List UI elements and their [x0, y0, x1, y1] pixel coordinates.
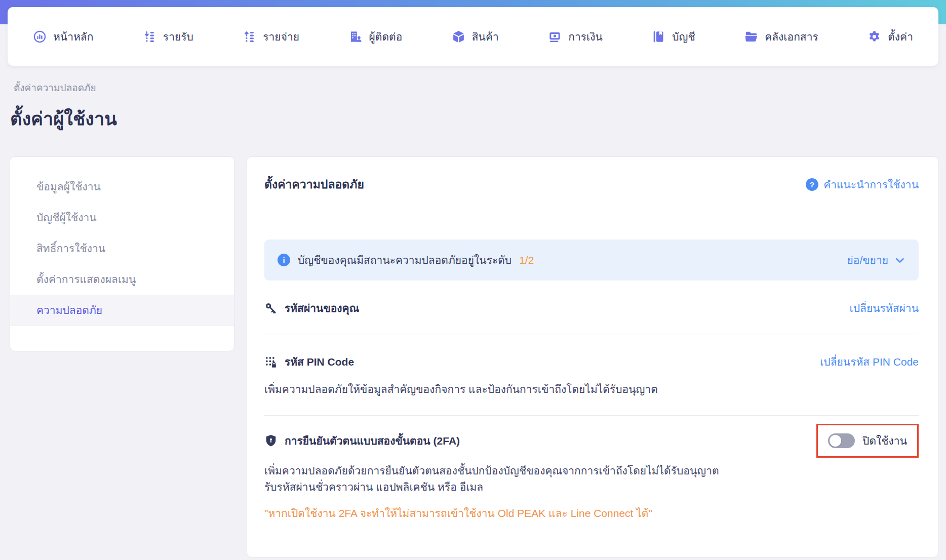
finance-icon — [548, 30, 562, 44]
main-navbar: หน้าหลัก รายรับ รายจ่าย ผู้ติดต่อ สินค้า… — [8, 7, 938, 66]
password-section-title: รหัสผ่านของคุณ — [285, 300, 359, 316]
twofa-section-title-group: การยืนยันตัวตนแบบสองขั้นตอน (2FA) — [264, 432, 460, 449]
nav-item-accounting[interactable]: บัญชี — [652, 28, 695, 45]
sidebar-item-user-account[interactable]: บัญชีผู้ใช้งาน — [10, 202, 234, 233]
contacts-icon — [349, 30, 363, 44]
nav-item-documents[interactable]: คลังเอกสาร — [744, 28, 818, 45]
panel-title: ตั้งค่าความปลอดภัย — [264, 175, 364, 193]
key-icon — [264, 302, 278, 315]
password-section-title-group: รหัสผ่านของคุณ — [264, 300, 359, 316]
nav-item-label: สินค้า — [472, 28, 499, 45]
nav-item-finance[interactable]: การเงิน — [548, 28, 603, 45]
change-password-link[interactable]: เปลี่ยนรหัสผ่าน — [850, 300, 919, 316]
security-settings-panel: ตั้งค่าความปลอดภัย ? คำแนะนำการใช้งาน i … — [247, 156, 938, 557]
content-area: ข้อมูลผู้ใช้งาน บัญชีผู้ใช้งาน สิทธิ์การ… — [10, 156, 938, 557]
page-title: ตั้งค่าผู้ใช้งาน — [10, 104, 946, 133]
sidebar-item-permissions[interactable]: สิทธิ์การใช้งาน — [10, 233, 234, 264]
nav-item-home[interactable]: หน้าหลัก — [33, 28, 93, 45]
twofa-toggle-knob — [830, 435, 841, 447]
nav-item-expense[interactable]: รายจ่าย — [243, 28, 299, 45]
twofa-warning-text: "หากเปิดใช้งาน 2FA จะทำให้ไม่สามารถเข้าใ… — [264, 505, 919, 522]
collapse-expand-control[interactable]: ย่อ/ขยาย — [847, 252, 905, 268]
accounting-icon — [652, 30, 665, 44]
twofa-description-line1: เพิ่มความปลอดภัยด้วยการยืนยันตัวตนสองชั้… — [264, 463, 919, 479]
dashboard-icon — [33, 30, 47, 44]
change-pin-link[interactable]: เปลี่ยนรหัส PIN Code — [820, 353, 919, 370]
info-circle-icon: i — [278, 254, 290, 266]
security-level-text: บัญชีของคุณมีสถานะความปลอดภัยอยู่ในระดับ — [298, 252, 511, 268]
usage-guide-link[interactable]: ? คำแนะนำการใช้งาน — [806, 176, 919, 193]
panel-header: ตั้งค่าความปลอดภัย ? คำแนะนำการใช้งาน — [264, 175, 919, 193]
divider — [264, 334, 919, 334]
income-icon — [143, 30, 156, 44]
question-circle-icon: ? — [806, 178, 818, 191]
twofa-toggle-highlight-box: ปิดใช้งาน — [816, 424, 919, 458]
sidebar-item-menu-display[interactable]: ตั้งค่าการแสดงผลเมนู — [10, 264, 234, 295]
divider — [264, 415, 919, 416]
pin-section-row: รหัส PIN Code เปลี่ยนรหัส PIN Code — [264, 353, 919, 370]
nav-item-label: การเงิน — [568, 28, 603, 45]
breadcrumb[interactable]: ตั้งค่าความปลอดภัย — [14, 80, 946, 95]
twofa-toggle[interactable] — [828, 433, 855, 448]
products-icon — [452, 30, 465, 44]
nav-item-settings[interactable]: ตั้งค่า — [868, 28, 913, 45]
twofa-toggle-label: ปิดใช้งาน — [862, 432, 907, 449]
nav-item-label: บัญชี — [672, 28, 695, 45]
documents-icon — [744, 30, 758, 44]
expense-icon — [243, 30, 256, 44]
nav-item-label: หน้าหลัก — [53, 28, 93, 45]
pin-keypad-icon — [264, 355, 278, 369]
settings-sidebar: ข้อมูลผู้ใช้งาน บัญชีผู้ใช้งาน สิทธิ์การ… — [10, 156, 234, 351]
divider — [264, 217, 919, 217]
security-level-banner: i บัญชีของคุณมีสถานะความปลอดภัยอยู่ในระด… — [264, 239, 919, 281]
chevron-down-icon — [894, 255, 905, 266]
usage-guide-label: คำแนะนำการใช้งาน — [823, 176, 919, 193]
nav-item-label: ผู้ติดต่อ — [369, 28, 403, 45]
twofa-description: เพิ่มความปลอดภัยด้วยการยืนยันตัวตนสองชั้… — [264, 463, 919, 496]
nav-item-label: รายรับ — [163, 28, 193, 45]
sidebar-item-security[interactable]: ความปลอดภัย — [10, 295, 234, 326]
security-level-value: 1/2 — [519, 254, 534, 266]
twofa-section-title: การยืนยันตัวตนแบบสองขั้นตอน (2FA) — [285, 432, 460, 449]
nav-item-label: คลังเอกสาร — [765, 28, 818, 45]
pin-section-title-group: รหัส PIN Code — [264, 353, 354, 370]
sidebar-item-user-info[interactable]: ข้อมูลผู้ใช้งาน — [10, 171, 234, 202]
settings-gear-icon — [868, 30, 881, 44]
nav-item-income[interactable]: รายรับ — [143, 28, 193, 45]
security-level-text-group: i บัญชีของคุณมีสถานะความปลอดภัยอยู่ในระด… — [278, 252, 534, 268]
twofa-description-line2: รับรหัสผ่านชั่วคราวผ่าน แอปพลิเคชัน หรือ… — [264, 479, 919, 496]
shield-lock-icon — [264, 434, 278, 447]
nav-item-contacts[interactable]: ผู้ติดต่อ — [349, 28, 403, 45]
nav-item-label: ตั้งค่า — [888, 28, 913, 45]
nav-item-products[interactable]: สินค้า — [452, 28, 499, 45]
twofa-section-row: การยืนยันตัวตนแบบสองขั้นตอน (2FA) ปิดใช้… — [264, 424, 919, 458]
pin-section-title: รหัส PIN Code — [285, 353, 354, 370]
nav-item-label: รายจ่าย — [263, 28, 299, 45]
password-section-row: รหัสผ่านของคุณ เปลี่ยนรหัสผ่าน — [264, 300, 919, 316]
collapse-expand-label: ย่อ/ขยาย — [847, 252, 888, 268]
pin-section-description: เพิ่มความปลอดภัยให้ข้อมูลสำคัญของกิจการ … — [264, 381, 919, 398]
